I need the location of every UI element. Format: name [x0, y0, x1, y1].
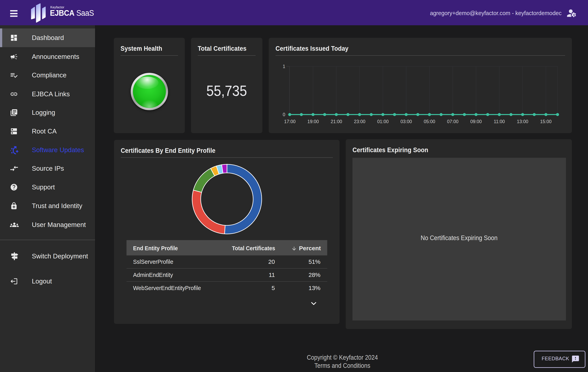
svg-text:19:00: 19:00 — [307, 119, 319, 124]
svg-text:1: 1 — [283, 64, 285, 69]
svg-text:01:00: 01:00 — [377, 119, 389, 124]
svg-text:15:00: 15:00 — [540, 119, 552, 124]
svg-text:21:00: 21:00 — [331, 119, 342, 124]
svg-text:11:00: 11:00 — [494, 119, 505, 124]
svg-text:09:00: 09:00 — [470, 119, 482, 124]
svg-text:03:00: 03:00 — [400, 119, 412, 124]
svg-text:0: 0 — [283, 112, 285, 117]
svg-text:07:00: 07:00 — [447, 119, 459, 124]
svg-text:05:00: 05:00 — [424, 119, 435, 124]
svg-text:13:00: 13:00 — [517, 119, 528, 124]
svg-text:17:00: 17:00 — [284, 119, 296, 124]
svg-text:23:00: 23:00 — [354, 119, 365, 124]
